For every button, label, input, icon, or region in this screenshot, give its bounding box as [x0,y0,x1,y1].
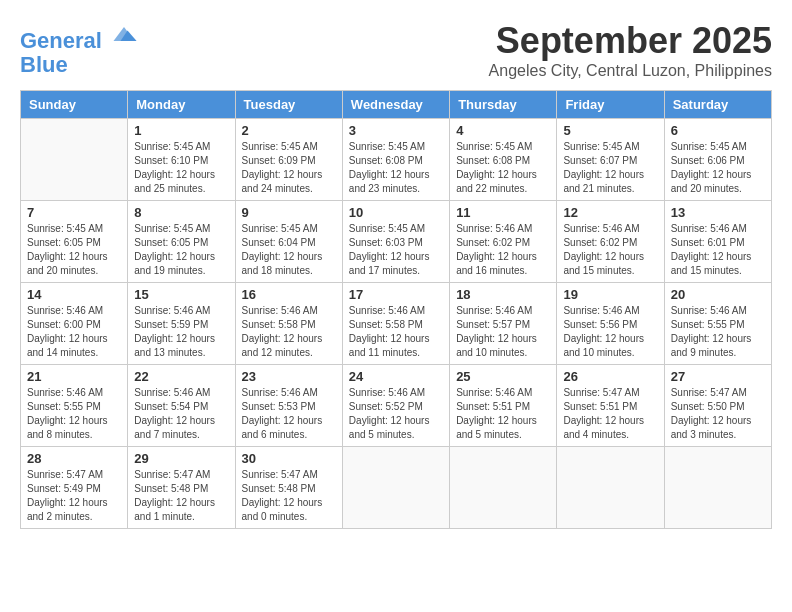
header-row: SundayMondayTuesdayWednesdayThursdayFrid… [21,91,772,119]
day-number: 23 [242,369,336,384]
header-cell-sunday: Sunday [21,91,128,119]
logo-line2: Blue [20,53,138,77]
header-cell-tuesday: Tuesday [235,91,342,119]
day-info: Sunrise: 5:45 AM Sunset: 6:09 PM Dayligh… [242,140,336,196]
day-cell: 30Sunrise: 5:47 AM Sunset: 5:48 PM Dayli… [235,447,342,529]
day-cell: 5Sunrise: 5:45 AM Sunset: 6:07 PM Daylig… [557,119,664,201]
day-info: Sunrise: 5:45 AM Sunset: 6:10 PM Dayligh… [134,140,228,196]
day-cell [557,447,664,529]
day-cell [450,447,557,529]
day-number: 22 [134,369,228,384]
day-info: Sunrise: 5:46 AM Sunset: 6:02 PM Dayligh… [456,222,550,278]
day-info: Sunrise: 5:46 AM Sunset: 5:58 PM Dayligh… [242,304,336,360]
day-number: 16 [242,287,336,302]
week-row-1: 1Sunrise: 5:45 AM Sunset: 6:10 PM Daylig… [21,119,772,201]
day-cell: 27Sunrise: 5:47 AM Sunset: 5:50 PM Dayli… [664,365,771,447]
day-number: 12 [563,205,657,220]
day-number: 1 [134,123,228,138]
day-cell: 16Sunrise: 5:46 AM Sunset: 5:58 PM Dayli… [235,283,342,365]
day-number: 27 [671,369,765,384]
day-cell [664,447,771,529]
header-cell-monday: Monday [128,91,235,119]
day-cell: 2Sunrise: 5:45 AM Sunset: 6:09 PM Daylig… [235,119,342,201]
day-cell: 3Sunrise: 5:45 AM Sunset: 6:08 PM Daylig… [342,119,449,201]
day-number: 7 [27,205,121,220]
day-info: Sunrise: 5:46 AM Sunset: 5:51 PM Dayligh… [456,386,550,442]
header-cell-thursday: Thursday [450,91,557,119]
location-title: Angeles City, Central Luzon, Philippines [489,62,772,80]
week-row-2: 7Sunrise: 5:45 AM Sunset: 6:05 PM Daylig… [21,201,772,283]
page-header: General Blue September 2025 Angeles City… [20,20,772,80]
day-info: Sunrise: 5:45 AM Sunset: 6:08 PM Dayligh… [456,140,550,196]
day-info: Sunrise: 5:47 AM Sunset: 5:49 PM Dayligh… [27,468,121,524]
calendar-table: SundayMondayTuesdayWednesdayThursdayFrid… [20,90,772,529]
day-number: 28 [27,451,121,466]
day-cell: 15Sunrise: 5:46 AM Sunset: 5:59 PM Dayli… [128,283,235,365]
day-info: Sunrise: 5:47 AM Sunset: 5:48 PM Dayligh… [242,468,336,524]
logo-text: General [20,20,138,53]
day-number: 5 [563,123,657,138]
day-cell: 19Sunrise: 5:46 AM Sunset: 5:56 PM Dayli… [557,283,664,365]
day-number: 18 [456,287,550,302]
day-number: 8 [134,205,228,220]
day-cell: 24Sunrise: 5:46 AM Sunset: 5:52 PM Dayli… [342,365,449,447]
day-cell: 23Sunrise: 5:46 AM Sunset: 5:53 PM Dayli… [235,365,342,447]
day-cell: 29Sunrise: 5:47 AM Sunset: 5:48 PM Dayli… [128,447,235,529]
day-number: 17 [349,287,443,302]
day-info: Sunrise: 5:46 AM Sunset: 6:00 PM Dayligh… [27,304,121,360]
day-info: Sunrise: 5:45 AM Sunset: 6:03 PM Dayligh… [349,222,443,278]
logo: General Blue [20,20,138,77]
day-info: Sunrise: 5:46 AM Sunset: 5:54 PM Dayligh… [134,386,228,442]
day-info: Sunrise: 5:45 AM Sunset: 6:06 PM Dayligh… [671,140,765,196]
day-cell: 10Sunrise: 5:45 AM Sunset: 6:03 PM Dayli… [342,201,449,283]
title-block: September 2025 Angeles City, Central Luz… [489,20,772,80]
day-number: 9 [242,205,336,220]
day-info: Sunrise: 5:46 AM Sunset: 5:52 PM Dayligh… [349,386,443,442]
day-cell: 26Sunrise: 5:47 AM Sunset: 5:51 PM Dayli… [557,365,664,447]
day-number: 11 [456,205,550,220]
day-info: Sunrise: 5:45 AM Sunset: 6:07 PM Dayligh… [563,140,657,196]
day-info: Sunrise: 5:46 AM Sunset: 6:02 PM Dayligh… [563,222,657,278]
day-info: Sunrise: 5:47 AM Sunset: 5:50 PM Dayligh… [671,386,765,442]
day-number: 3 [349,123,443,138]
day-cell: 28Sunrise: 5:47 AM Sunset: 5:49 PM Dayli… [21,447,128,529]
day-cell: 22Sunrise: 5:46 AM Sunset: 5:54 PM Dayli… [128,365,235,447]
day-info: Sunrise: 5:47 AM Sunset: 5:48 PM Dayligh… [134,468,228,524]
day-number: 6 [671,123,765,138]
day-cell [21,119,128,201]
day-number: 21 [27,369,121,384]
day-number: 24 [349,369,443,384]
day-cell: 4Sunrise: 5:45 AM Sunset: 6:08 PM Daylig… [450,119,557,201]
day-number: 2 [242,123,336,138]
day-number: 20 [671,287,765,302]
day-info: Sunrise: 5:45 AM Sunset: 6:05 PM Dayligh… [134,222,228,278]
day-info: Sunrise: 5:46 AM Sunset: 5:55 PM Dayligh… [671,304,765,360]
header-cell-saturday: Saturday [664,91,771,119]
day-number: 13 [671,205,765,220]
day-info: Sunrise: 5:45 AM Sunset: 6:08 PM Dayligh… [349,140,443,196]
day-info: Sunrise: 5:45 AM Sunset: 6:04 PM Dayligh… [242,222,336,278]
day-info: Sunrise: 5:46 AM Sunset: 5:55 PM Dayligh… [27,386,121,442]
day-cell [342,447,449,529]
day-cell: 13Sunrise: 5:46 AM Sunset: 6:01 PM Dayli… [664,201,771,283]
day-cell: 12Sunrise: 5:46 AM Sunset: 6:02 PM Dayli… [557,201,664,283]
day-cell: 14Sunrise: 5:46 AM Sunset: 6:00 PM Dayli… [21,283,128,365]
day-number: 26 [563,369,657,384]
day-cell: 9Sunrise: 5:45 AM Sunset: 6:04 PM Daylig… [235,201,342,283]
week-row-3: 14Sunrise: 5:46 AM Sunset: 6:00 PM Dayli… [21,283,772,365]
day-number: 14 [27,287,121,302]
day-number: 25 [456,369,550,384]
day-number: 19 [563,287,657,302]
day-cell: 7Sunrise: 5:45 AM Sunset: 6:05 PM Daylig… [21,201,128,283]
week-row-5: 28Sunrise: 5:47 AM Sunset: 5:49 PM Dayli… [21,447,772,529]
day-cell: 25Sunrise: 5:46 AM Sunset: 5:51 PM Dayli… [450,365,557,447]
day-info: Sunrise: 5:46 AM Sunset: 5:59 PM Dayligh… [134,304,228,360]
day-info: Sunrise: 5:46 AM Sunset: 6:01 PM Dayligh… [671,222,765,278]
day-number: 10 [349,205,443,220]
day-cell: 21Sunrise: 5:46 AM Sunset: 5:55 PM Dayli… [21,365,128,447]
day-info: Sunrise: 5:46 AM Sunset: 5:57 PM Dayligh… [456,304,550,360]
week-row-4: 21Sunrise: 5:46 AM Sunset: 5:55 PM Dayli… [21,365,772,447]
day-number: 4 [456,123,550,138]
day-info: Sunrise: 5:45 AM Sunset: 6:05 PM Dayligh… [27,222,121,278]
month-title: September 2025 [489,20,772,62]
